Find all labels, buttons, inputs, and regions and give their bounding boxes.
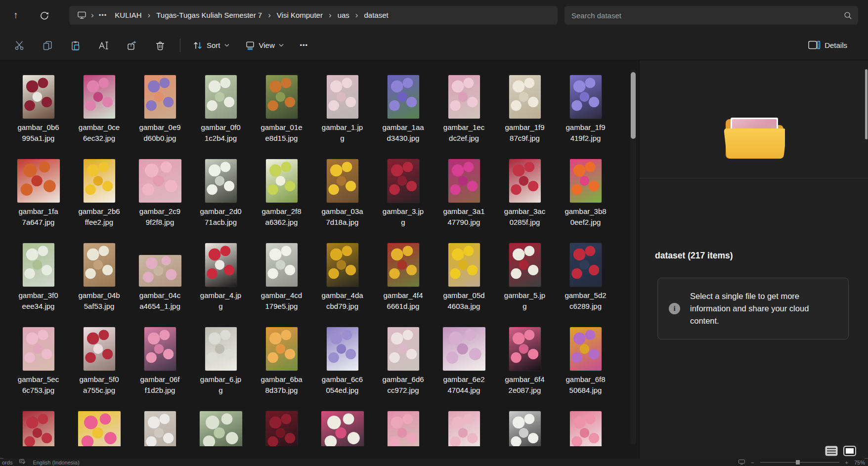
file-item[interactable]: gambar_6e247044.jpg: [434, 323, 494, 407]
file-item[interactable]: gambar_3b80eef2.jpg: [555, 155, 616, 239]
file-item[interactable]: gambar_2b6ffee2.jpg: [69, 155, 130, 239]
file-item[interactable]: [312, 407, 373, 446]
file-item[interactable]: gambar_0e9d60b0.jpg: [130, 71, 190, 155]
breadcrumb-segment-visi-komputer[interactable]: Visi Komputer: [272, 8, 327, 23]
thumbnail-view-button[interactable]: [842, 445, 857, 457]
file-item[interactable]: gambar_2d071acb.jpg: [190, 155, 251, 239]
up-arrow-icon: ↑: [13, 10, 18, 21]
file-name: gambar_6d6cc972.jpg: [382, 374, 424, 396]
file-name: gambar_3ac0285f.jpg: [504, 206, 545, 228]
file-thumbnail: [388, 71, 419, 119]
file-item[interactable]: [494, 407, 555, 446]
breadcrumb-segment-kuliah[interactable]: KULIAH: [110, 8, 146, 23]
breadcrumb-segment-tugas[interactable]: Tugas-Tugas Kuliah Semester 7: [152, 8, 266, 23]
zoom-slider[interactable]: [760, 462, 839, 463]
view-button[interactable]: View: [239, 35, 290, 56]
file-item[interactable]: gambar_0ce6ec32.jpg: [69, 71, 130, 155]
sort-icon: [193, 41, 203, 50]
more-options-button[interactable]: •••: [293, 35, 315, 56]
file-item[interactable]: gambar_6f850684.jpg: [555, 323, 616, 407]
trash-icon: [155, 40, 166, 51]
file-item[interactable]: gambar_5ec6c753.jpg: [8, 323, 69, 407]
file-item[interactable]: gambar_2f8a6362.jpg: [251, 155, 312, 239]
up-button[interactable]: ↑: [6, 6, 26, 24]
file-item[interactable]: [69, 407, 130, 446]
file-item[interactable]: gambar_5d2c6289.jpg: [555, 239, 616, 323]
breadcrumb-segment-dataset[interactable]: dataset: [360, 8, 393, 23]
search-input[interactable]: [570, 11, 843, 20]
file-item[interactable]: gambar_1aad3430.jpg: [373, 71, 434, 155]
breadcrumb-overflow-button[interactable]: •••: [95, 8, 111, 23]
file-item[interactable]: gambar_3f0eee34.jpg: [8, 239, 69, 323]
info-icon: i: [669, 303, 680, 314]
file-item[interactable]: gambar_1f9419f2.jpg: [555, 71, 616, 155]
file-item[interactable]: gambar_04ca4654_1.jpg: [130, 239, 190, 323]
file-item[interactable]: [434, 407, 494, 446]
file-item[interactable]: gambar_3ac0285f.jpg: [494, 155, 555, 239]
file-item[interactable]: gambar_04b5af53.jpg: [69, 239, 130, 323]
display-settings-icon[interactable]: [738, 460, 745, 466]
file-item[interactable]: gambar_3a147790.jpg: [434, 155, 494, 239]
delete-button[interactable]: [146, 35, 174, 56]
file-item[interactable]: [130, 407, 190, 446]
breadcrumb-segment-uas[interactable]: uas: [333, 8, 354, 23]
command-bar: Sort View ••• Details: [0, 31, 868, 60]
file-item[interactable]: gambar_1fa7a647.jpg: [8, 155, 69, 239]
refresh-button[interactable]: [35, 6, 54, 24]
file-item[interactable]: gambar_0b6995a1.jpg: [8, 71, 69, 155]
thumbnail-view-icon: [843, 446, 856, 456]
file-thumbnail: [266, 71, 298, 119]
file-item[interactable]: [555, 407, 616, 446]
file-item[interactable]: gambar_5f0a755c.jpg: [69, 323, 130, 407]
file-name: gambar_5ec6c753.jpg: [18, 374, 59, 396]
sort-button[interactable]: Sort: [186, 35, 236, 56]
copy-button[interactable]: [33, 35, 61, 56]
file-thumbnail: [205, 239, 237, 287]
file-thumbnail: [388, 407, 419, 446]
file-thumbnail: [321, 407, 364, 446]
paste-button[interactable]: [61, 35, 89, 56]
grid-scrollbar-thumb[interactable]: [631, 72, 636, 139]
file-item[interactable]: gambar_1f987c9f.jpg: [494, 71, 555, 155]
file-item[interactable]: [251, 407, 312, 446]
file-item[interactable]: gambar_01ee8d15.jpg: [251, 71, 312, 155]
file-item[interactable]: gambar_6f42e087.jpg: [494, 323, 555, 407]
file-item[interactable]: gambar_6d6cc972.jpg: [373, 323, 434, 407]
file-name: gambar_4dacbd79.jpg: [321, 290, 363, 312]
file-item[interactable]: gambar_1ecdc2ef.jpg: [434, 71, 494, 155]
this-pc-icon[interactable]: [74, 8, 89, 23]
file-item[interactable]: gambar_06ff1d2b.jpg: [130, 323, 190, 407]
file-item[interactable]: gambar_4.jpg: [190, 239, 251, 323]
file-item[interactable]: gambar_03a7d18a.jpg: [312, 155, 373, 239]
file-item[interactable]: gambar_0f01c2b4.jpg: [190, 71, 251, 155]
file-item[interactable]: gambar_4f46661d.jpg: [373, 239, 434, 323]
file-item[interactable]: gambar_6.jpg: [190, 323, 251, 407]
zoom-percent[interactable]: 75%: [854, 460, 865, 466]
rename-button[interactable]: [89, 35, 118, 56]
file-item[interactable]: gambar_4dacbd79.jpg: [312, 239, 373, 323]
file-item[interactable]: gambar_05d4603a.jpg: [434, 239, 494, 323]
zoom-out-button[interactable]: −: [751, 460, 754, 466]
file-item[interactable]: gambar_6c6054ed.jpg: [312, 323, 373, 407]
file-name: gambar_1f9419f2.jpg: [565, 122, 605, 144]
file-item[interactable]: [190, 407, 251, 446]
search-box[interactable]: [564, 6, 858, 25]
file-item[interactable]: gambar_6ba8d37b.jpg: [251, 323, 312, 407]
file-thumbnail: [443, 323, 485, 371]
zoom-in-button[interactable]: +: [845, 460, 848, 466]
file-item[interactable]: gambar_4cd179e5.jpg: [251, 239, 312, 323]
file-item[interactable]: gambar_3.jpg: [373, 155, 434, 239]
file-item[interactable]: gambar_1.jpg: [312, 71, 373, 155]
grid-scrollbar[interactable]: [630, 69, 636, 445]
file-item[interactable]: gambar_5.jpg: [494, 239, 555, 323]
file-item[interactable]: [373, 407, 434, 446]
file-name: gambar_6f42e087.jpg: [505, 374, 544, 396]
share-button[interactable]: [118, 35, 146, 56]
cut-button[interactable]: [5, 35, 33, 56]
file-item[interactable]: [8, 407, 69, 446]
zoom-slider-thumb[interactable]: [796, 460, 800, 465]
language-selector[interactable]: English (Indonesia): [33, 460, 79, 466]
details-pane-toggle[interactable]: Details: [802, 35, 853, 56]
details-view-button[interactable]: [824, 445, 839, 457]
file-item[interactable]: gambar_2c99f2f8.jpg: [130, 155, 190, 239]
